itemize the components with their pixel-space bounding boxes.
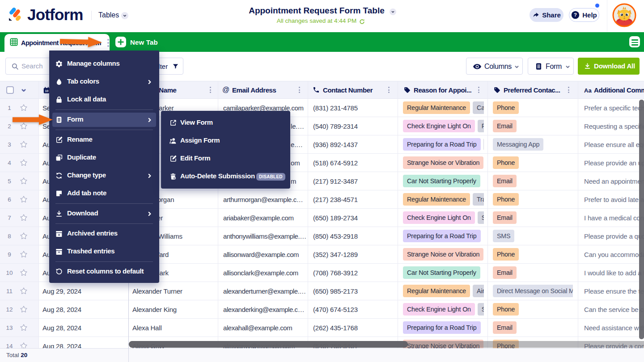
svg-text:?: ? [574, 12, 577, 17]
svg-text:10: 10 [45, 89, 49, 93]
